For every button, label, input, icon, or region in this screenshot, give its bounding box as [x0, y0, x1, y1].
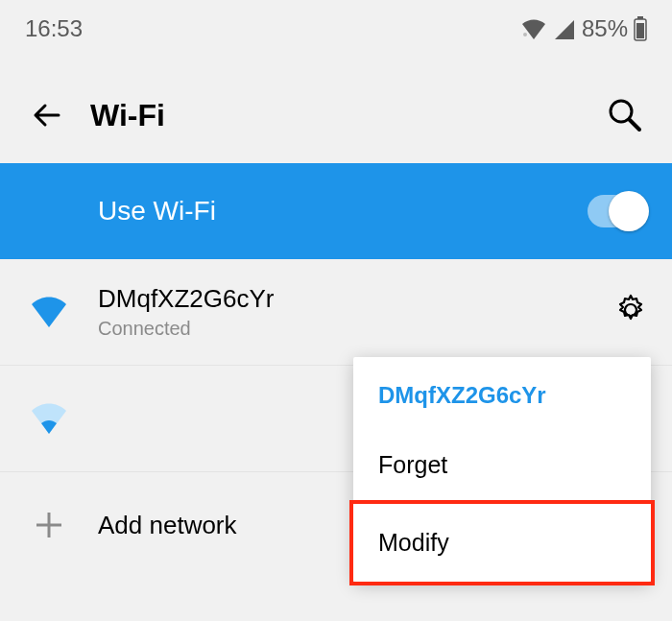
plus-icon	[33, 509, 65, 541]
search-icon	[607, 97, 643, 133]
cell-signal-icon	[553, 18, 576, 39]
arrow-left-icon	[30, 98, 64, 132]
network-status: Connected	[98, 318, 275, 340]
network-context-menu: DMqfXZ2G6cYr Forget Modify	[353, 357, 651, 582]
popup-network-name: DMqfXZ2G6cYr	[353, 357, 651, 426]
wifi-weak-icon	[30, 403, 68, 434]
network-name: DMqfXZ2G6cYr	[98, 284, 275, 314]
wifi-status-icon	[520, 18, 547, 39]
popup-item-modify[interactable]: Modify	[349, 500, 655, 585]
status-time: 16:53	[25, 15, 83, 42]
status-bar: 16:53 85%	[0, 0, 672, 58]
use-wifi-label: Use Wi-Fi	[98, 196, 216, 227]
network-item-connected[interactable]: DMqfXZ2G6cYr Connected	[0, 259, 672, 366]
page-title: Wi-Fi	[90, 98, 165, 133]
wifi-switch[interactable]	[588, 195, 647, 227]
svg-rect-3	[636, 23, 644, 38]
gear-icon	[614, 294, 647, 326]
add-network-label: Add network	[98, 511, 237, 540]
header: Wi-Fi	[0, 67, 672, 163]
svg-line-5	[630, 120, 639, 130]
popup-item-forget[interactable]: Forget	[353, 426, 651, 504]
back-button[interactable]	[25, 93, 69, 137]
search-button[interactable]	[603, 93, 647, 137]
status-right: 85%	[520, 15, 647, 42]
wifi-full-icon	[30, 297, 68, 327]
network-settings-button[interactable]	[614, 294, 647, 330]
svg-point-0	[523, 33, 527, 36]
battery-percent: 85%	[582, 15, 628, 42]
battery-icon	[634, 16, 647, 41]
use-wifi-toggle-row[interactable]: Use Wi-Fi	[0, 163, 672, 259]
switch-knob	[609, 191, 649, 231]
